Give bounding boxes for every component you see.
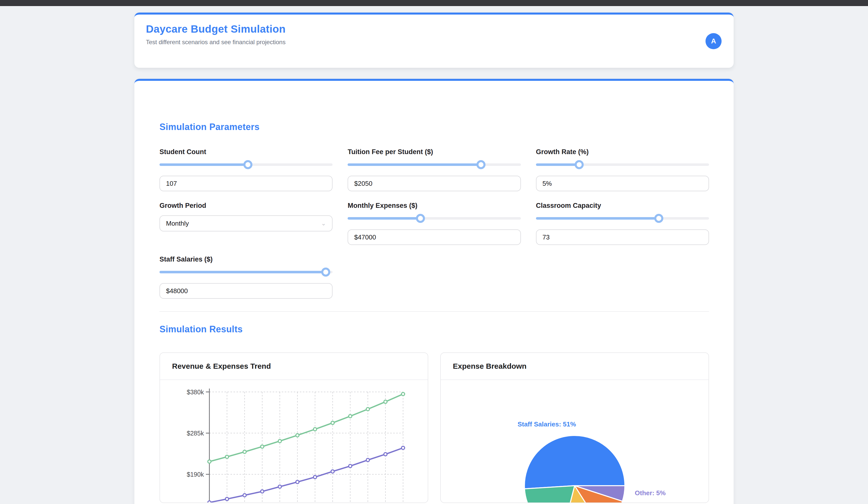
svg-text:$285k: $285k bbox=[187, 430, 204, 437]
section-divider bbox=[159, 311, 709, 312]
student-count-slider[interactable] bbox=[159, 160, 332, 169]
field-label: Staff Salaries ($) bbox=[159, 255, 332, 264]
page: Daycare Budget Simulation Test different… bbox=[0, 0, 868, 504]
tuition-fee-input[interactable] bbox=[348, 176, 521, 191]
student-count-input[interactable] bbox=[159, 176, 332, 191]
results-heading: Simulation Results bbox=[159, 324, 709, 335]
avatar[interactable]: A bbox=[705, 33, 722, 49]
browser-chrome-bar bbox=[0, 0, 868, 6]
pie-chart-header: Expense Breakdown bbox=[441, 353, 709, 380]
pie-slice-label: Staff Salaries: 51% bbox=[518, 420, 576, 428]
classroom-capacity-slider[interactable] bbox=[536, 214, 709, 223]
field-label: Tuition Fee per Student ($) bbox=[348, 148, 521, 156]
slider-fill bbox=[536, 164, 579, 166]
slider-thumb[interactable] bbox=[244, 160, 252, 169]
slider-thumb[interactable] bbox=[476, 160, 485, 169]
field-label: Growth Rate (%) bbox=[536, 148, 709, 156]
tuition-fee-slider[interactable] bbox=[348, 160, 521, 169]
field-label: Monthly Expenses ($) bbox=[348, 201, 521, 210]
parameters-heading: Simulation Parameters bbox=[159, 122, 709, 133]
staff-salaries-slider[interactable] bbox=[159, 267, 332, 276]
pie-chart[interactable]: Staff Salaries: 51%Other: 5% bbox=[441, 380, 709, 503]
growth-rate-slider[interactable] bbox=[536, 160, 709, 169]
slider-fill bbox=[348, 217, 421, 220]
page-subtitle: Test different scenarios and see financi… bbox=[146, 39, 722, 46]
pie-chart-title: Expense Breakdown bbox=[453, 362, 526, 370]
header-card: Daycare Budget Simulation Test different… bbox=[134, 12, 734, 68]
field-staff-salaries: Staff Salaries ($) bbox=[159, 255, 332, 299]
field-growth-rate: Growth Rate (%) bbox=[536, 148, 709, 191]
pie-slice-label: Other: 5% bbox=[635, 489, 666, 497]
slider-thumb[interactable] bbox=[575, 160, 584, 169]
field-growth-period: Growth Period Monthly ⌄ bbox=[159, 201, 332, 245]
avatar-letter: A bbox=[711, 37, 716, 45]
field-monthly-expenses: Monthly Expenses ($) bbox=[348, 201, 521, 245]
field-label: Student Count bbox=[159, 148, 332, 156]
svg-text:$190k: $190k bbox=[187, 471, 204, 478]
slider-track bbox=[536, 217, 709, 220]
slider-fill bbox=[159, 164, 248, 166]
line-chart-header: Revenue & Expenses Trend bbox=[160, 353, 428, 380]
line-chart[interactable]: $380k$285k$190k bbox=[160, 380, 428, 503]
results-grid: Revenue & Expenses Trend $380k$285k$190k… bbox=[159, 353, 709, 503]
growth-rate-input[interactable] bbox=[536, 176, 709, 191]
slider-fill bbox=[348, 164, 481, 166]
slider-thumb[interactable] bbox=[321, 267, 330, 276]
simulation-card: Simulation Parameters Student Count Tuit… bbox=[134, 79, 734, 504]
monthly-expenses-slider[interactable] bbox=[348, 214, 521, 223]
pie-chart-card: Expense Breakdown Staff Salaries: 51%Oth… bbox=[440, 353, 709, 503]
field-label: Growth Period bbox=[159, 201, 332, 210]
slider-thumb[interactable] bbox=[654, 214, 663, 223]
field-tuition-fee: Tuition Fee per Student ($) bbox=[348, 148, 521, 191]
slider-fill bbox=[159, 271, 326, 273]
slider-thumb[interactable] bbox=[416, 214, 425, 223]
slider-track bbox=[536, 164, 709, 166]
classroom-capacity-input[interactable] bbox=[536, 229, 709, 245]
monthly-expenses-input[interactable] bbox=[348, 229, 521, 245]
field-classroom-capacity: Classroom Capacity bbox=[536, 201, 709, 245]
line-chart-title: Revenue & Expenses Trend bbox=[172, 362, 271, 370]
parameters-grid: Student Count Tuition Fee per Student ($… bbox=[159, 148, 709, 299]
page-title: Daycare Budget Simulation bbox=[146, 23, 722, 35]
chevron-down-icon: ⌄ bbox=[321, 220, 326, 227]
field-label: Classroom Capacity bbox=[536, 201, 709, 210]
slider-track bbox=[348, 164, 521, 166]
slider-track bbox=[348, 217, 521, 220]
line-chart-card: Revenue & Expenses Trend $380k$285k$190k bbox=[159, 353, 428, 503]
staff-salaries-input[interactable] bbox=[159, 283, 332, 299]
slider-fill bbox=[536, 217, 659, 220]
svg-text:$380k: $380k bbox=[187, 389, 204, 396]
growth-period-value: Monthly bbox=[166, 220, 189, 228]
growth-period-select[interactable]: Monthly ⌄ bbox=[159, 216, 332, 231]
field-student-count: Student Count bbox=[159, 148, 332, 191]
slider-track bbox=[159, 271, 332, 273]
